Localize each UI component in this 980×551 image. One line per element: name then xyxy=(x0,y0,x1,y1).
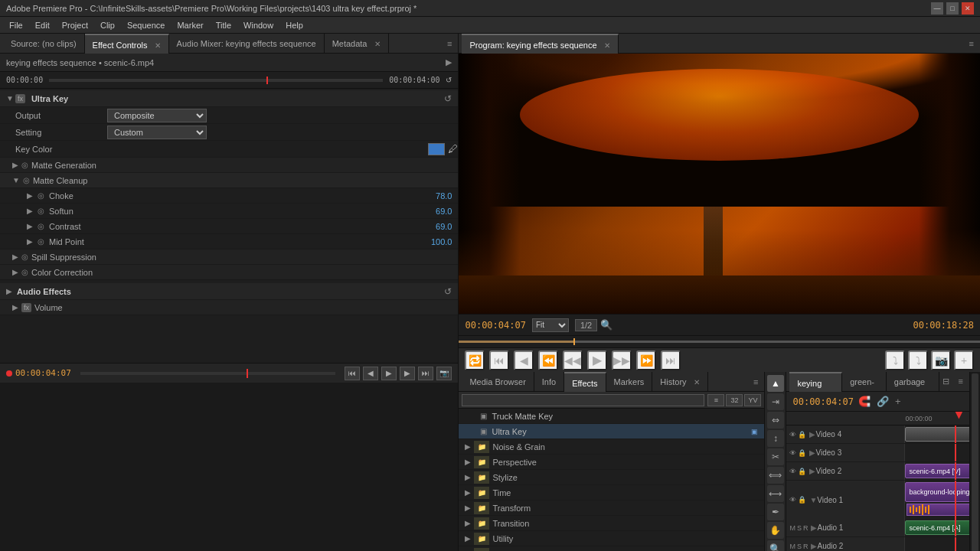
effect-item-ultra-key[interactable]: ▣ Ultra Key ▣ xyxy=(459,424,764,439)
track-v4-expand-icon[interactable]: ▶ xyxy=(809,430,815,439)
category-transform[interactable]: ▶ 📁 Transform xyxy=(459,500,764,516)
tab-audio-mixer[interactable]: Audio Mixer: keying effects sequence xyxy=(169,34,325,54)
overwrite-button[interactable]: ⤵ xyxy=(908,350,928,370)
close-metadata-icon[interactable]: ✕ xyxy=(374,40,381,48)
track-a1-mute-icon[interactable]: M xyxy=(789,524,795,532)
track-a1-content[interactable]: scenic-6.mp4 [A] xyxy=(905,519,969,536)
go-to-in-transport-button[interactable]: ⏪ xyxy=(538,350,558,370)
setting-dropdown[interactable]: Custom Default Aggressive Relaxed xyxy=(107,126,207,139)
mark-out-button[interactable]: ⏭ xyxy=(418,367,433,380)
output-dropdown[interactable]: Composite Alpha Channel Color Channel xyxy=(107,109,207,122)
menu-edit[interactable]: Edit xyxy=(29,17,56,34)
slide-tool-button[interactable]: ⟷ xyxy=(767,485,784,502)
go-to-in-button[interactable]: ◀ xyxy=(363,367,378,380)
track-v1-content[interactable]: background-looping-1.mp4 background-loop… xyxy=(905,481,969,519)
scrubber-bar[interactable] xyxy=(459,335,980,347)
close-program-icon[interactable]: ✕ xyxy=(604,41,610,50)
panel-menu-icon[interactable]: ≡ xyxy=(444,39,455,48)
track-v3-expand-icon[interactable]: ▶ xyxy=(809,448,815,457)
menu-title[interactable]: Title xyxy=(210,17,237,34)
razor-tool-button[interactable]: ✂ xyxy=(767,448,784,465)
ultra-key-header[interactable]: ▼ fx Ultra Key ↺ xyxy=(0,90,458,107)
category-perspective[interactable]: ▶ 📁 Perspective xyxy=(459,455,764,470)
track-v4-eye-icon[interactable]: 👁 xyxy=(789,431,796,439)
track-v2-expand-icon[interactable]: ▶ xyxy=(809,467,815,475)
track-a1-record-icon[interactable]: R xyxy=(803,524,808,532)
export-frame-transport-button[interactable]: 📷 xyxy=(931,350,951,370)
clip-scenic-audio[interactable]: scenic-6.mp4 [A] xyxy=(905,520,969,535)
add-button[interactable]: + xyxy=(954,350,974,370)
page-display[interactable]: 1/2 xyxy=(575,319,597,331)
effects-32-icon[interactable]: 32 xyxy=(726,394,743,406)
color-correction-header[interactable]: ▶ ◎ Color Correction xyxy=(0,265,458,280)
zoom-icon[interactable]: 🔍 xyxy=(600,319,612,331)
tl-linked-icon[interactable]: 🔗 xyxy=(877,396,889,407)
export-frame-button[interactable]: 📷 xyxy=(436,367,452,380)
effects-yv-icon[interactable]: YV xyxy=(744,394,761,406)
track-v2-content[interactable]: scenic-6.mp4 [V] timelapse-5.mp4 xyxy=(905,462,969,480)
track-v1-eye-icon[interactable]: 👁 xyxy=(789,496,796,504)
key-color-swatch[interactable] xyxy=(428,143,445,155)
track-a1-expand-icon[interactable]: ▶ xyxy=(811,523,817,532)
insert-button[interactable]: ⤵ xyxy=(885,350,905,370)
menu-clip[interactable]: Clip xyxy=(94,17,121,34)
menu-project[interactable]: Project xyxy=(56,17,94,34)
tab-markers[interactable]: Markers xyxy=(606,372,653,392)
play-transport-button[interactable]: ▶ xyxy=(587,350,607,370)
contrast-toggle-icon[interactable]: ▶ xyxy=(24,222,35,230)
matte-cleanup-header[interactable]: ▼ ◎ Matte Cleanup xyxy=(0,173,458,188)
tl-add-track-icon[interactable]: + xyxy=(895,396,901,407)
track-a1-solo-icon[interactable]: S xyxy=(797,524,802,532)
menu-help[interactable]: Help xyxy=(279,17,309,34)
tab-media-browser[interactable]: Media Browser xyxy=(462,372,534,392)
loop-button[interactable]: 🔁 xyxy=(465,350,485,370)
previous-frame-button[interactable]: ◀◀ xyxy=(563,350,583,370)
clip-scenic-v[interactable]: scenic-6.mp4 [V] xyxy=(905,464,969,478)
program-panel-menu-icon[interactable]: ≡ xyxy=(966,39,977,48)
midpoint-toggle-icon[interactable]: ▶ xyxy=(24,237,35,246)
category-video[interactable]: ▶ 📁 Video xyxy=(459,546,764,551)
mark-in-transport-button[interactable]: ⏮ xyxy=(489,350,509,370)
step-back-button[interactable]: ◀ xyxy=(514,350,534,370)
close-history-icon[interactable]: ✕ xyxy=(694,378,700,386)
go-to-out-transport-button[interactable]: ⏩ xyxy=(636,350,656,370)
track-v3-lock-icon[interactable]: 🔒 xyxy=(798,449,806,457)
choke-value[interactable]: 78.0 xyxy=(412,191,458,201)
tl-panel-collapse-icon[interactable]: ⊟ xyxy=(939,377,952,386)
play-button[interactable]: ▶ xyxy=(381,367,397,380)
clip-navigate-icon[interactable]: ▶ xyxy=(446,57,452,67)
track-v4-content[interactable] xyxy=(905,425,969,443)
minimize-button[interactable]: — xyxy=(931,2,943,15)
tab-source[interactable]: Source: (no clips) xyxy=(3,34,85,54)
choke-toggle-icon[interactable]: ▶ xyxy=(24,191,35,200)
track-v1-lock-icon[interactable]: 🔒 xyxy=(798,496,806,504)
contrast-value[interactable]: 69.0 xyxy=(412,222,458,231)
mark-out-transport-button[interactable]: ⏭ xyxy=(661,350,681,370)
category-transition[interactable]: ▶ 📁 Transition xyxy=(459,516,764,531)
tab-effects[interactable]: Effects xyxy=(564,372,606,392)
tab-effect-controls[interactable]: Effect Controls ✕ xyxy=(85,34,169,54)
menu-sequence[interactable]: Sequence xyxy=(121,17,172,34)
tab-program-monitor[interactable]: Program: keying effects sequence ✕ xyxy=(462,34,618,54)
category-time[interactable]: ▶ 📁 Time xyxy=(459,485,764,500)
track-a2-content[interactable] xyxy=(905,537,969,551)
tab-metadata[interactable]: Metadata ✕ xyxy=(325,34,389,54)
track-a2-record-icon[interactable]: R xyxy=(803,543,808,550)
tab-history[interactable]: History ✕ xyxy=(652,372,707,392)
clip-bg-loop-1a[interactable]: background-looping-1.mp4 xyxy=(905,482,969,502)
midpoint-value[interactable]: 100.0 xyxy=(412,237,458,246)
close-button[interactable]: ✕ xyxy=(962,2,974,15)
slip-tool-button[interactable]: ⟺ xyxy=(767,467,784,484)
tab-green-screen[interactable]: green-screen-dj.mp4 xyxy=(842,372,887,392)
track-v2-lock-icon[interactable]: 🔒 xyxy=(798,468,806,475)
audio-effects-reset-icon[interactable]: ↺ xyxy=(444,286,452,297)
mark-in-button[interactable]: ⏮ xyxy=(345,367,360,380)
effect-item-truck-matte-key[interactable]: ▣ Truck Matte Key xyxy=(459,409,764,424)
volume-header[interactable]: ▶ fx Volume xyxy=(0,300,458,315)
tab-info[interactable]: Info xyxy=(534,372,564,392)
effects-panel-menu-icon[interactable]: ≡ xyxy=(750,377,761,386)
spill-suppression-header[interactable]: ▶ ◎ Spill Suppression xyxy=(0,249,458,265)
clip-video4-main[interactable] xyxy=(905,427,969,442)
rate-stretch-button[interactable]: ↕ xyxy=(767,430,784,447)
menu-file[interactable]: File xyxy=(3,17,29,34)
